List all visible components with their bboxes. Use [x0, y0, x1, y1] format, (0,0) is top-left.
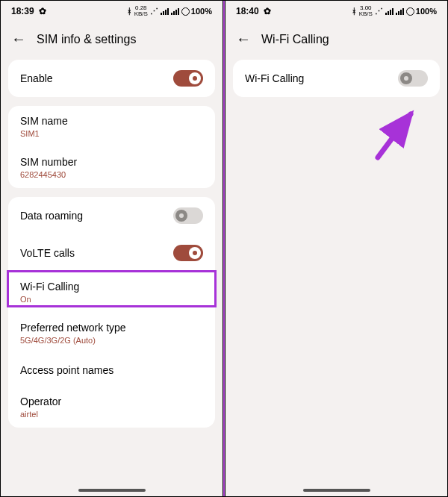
data-roaming-label: Data roaming — [20, 210, 83, 222]
sim-name-value: SIM1 — [20, 129, 68, 138]
operator-row[interactable]: Operator airtel — [8, 387, 215, 428]
volte-row[interactable]: VoLTE calls — [8, 234, 215, 272]
left-screen: 18:39 ✿ ᚼ 0.28KB/S ⋰ 100% ← SIM info & s… — [1, 1, 223, 496]
status-bar: 18:39 ✿ ᚼ 0.28KB/S ⋰ 100% — [1, 1, 223, 20]
sim-number-row[interactable]: SIM number 6282445430 — [8, 147, 215, 188]
sim-number-label: SIM number — [20, 156, 77, 168]
back-icon[interactable]: ← — [236, 31, 251, 48]
pref-net-value: 5G/4G/3G/2G (Auto) — [20, 336, 126, 345]
operator-value: airtel — [20, 410, 61, 419]
page-header: ← Wi-Fi Calling — [225, 20, 447, 60]
status-right: ᚼ 0.28KB/S ⋰ 100% — [127, 5, 212, 17]
battery-indicator: 100% — [406, 7, 437, 16]
bluetooth-icon: ᚼ — [127, 7, 132, 16]
wifi-calling-label: Wi-Fi Calling — [245, 72, 304, 84]
enable-label: Enable — [20, 72, 53, 84]
wifi-calling-value: On — [20, 295, 79, 304]
sim-name-label: SIM name — [20, 115, 68, 127]
wifi-calling-row[interactable]: Wi-Fi Calling On — [8, 272, 215, 313]
status-time: 18:39 — [11, 6, 34, 16]
gear-icon: ✿ — [264, 6, 271, 16]
net-speed: 0.28KB/S — [134, 5, 148, 17]
bluetooth-icon: ᚼ — [352, 7, 357, 16]
volte-label: VoLTE calls — [20, 247, 75, 259]
page-header: ← SIM info & settings — [1, 20, 223, 60]
right-screen: 18:40 ✿ ᚼ 3.00KB/S ⋰ 100% ← Wi-Fi Callin… — [225, 1, 447, 496]
status-bar: 18:40 ✿ ᚼ 3.00KB/S ⋰ 100% — [225, 1, 447, 20]
wifi-calling-label: Wi-Fi Calling — [20, 281, 79, 293]
enable-card: Enable — [8, 60, 215, 97]
sim-name-row[interactable]: SIM name SIM1 — [8, 106, 215, 147]
nav-bar-pill[interactable] — [303, 489, 370, 492]
enable-toggle[interactable] — [173, 70, 203, 87]
sim-number-value: 6282445430 — [20, 170, 77, 179]
signal-icon-2 — [396, 7, 404, 15]
page-title: SIM info & settings — [37, 33, 136, 46]
battery-indicator: 100% — [181, 7, 212, 16]
wifi-calling-card: Wi-Fi Calling — [233, 60, 440, 97]
status-right: ᚼ 3.00KB/S ⋰ 100% — [352, 5, 437, 17]
arrow-annotation — [364, 105, 424, 165]
wifi-calling-toggle[interactable] — [398, 70, 428, 87]
wifi-icon: ⋰ — [375, 7, 383, 16]
signal-icon-2 — [171, 7, 179, 15]
volte-toggle[interactable] — [173, 245, 203, 261]
sim-info-card: SIM name SIM1 SIM number 6282445430 — [8, 106, 215, 188]
status-time: 18:40 — [236, 6, 259, 16]
pref-net-label: Preferred network type — [20, 322, 126, 334]
signal-icon — [385, 7, 393, 15]
page-title: Wi-Fi Calling — [261, 33, 329, 46]
net-speed: 3.00KB/S — [359, 5, 373, 17]
apn-row[interactable]: Access point names — [8, 354, 215, 387]
data-roaming-toggle[interactable] — [173, 207, 203, 224]
network-card: Data roaming VoLTE calls Wi-Fi Calling O… — [8, 197, 215, 428]
data-roaming-row[interactable]: Data roaming — [8, 197, 215, 234]
operator-label: Operator — [20, 396, 61, 407]
enable-row[interactable]: Enable — [8, 60, 215, 97]
apn-label: Access point names — [20, 364, 113, 376]
back-icon[interactable]: ← — [11, 31, 26, 48]
signal-icon — [161, 7, 169, 15]
gear-icon: ✿ — [39, 6, 46, 16]
pref-net-row[interactable]: Preferred network type 5G/4G/3G/2G (Auto… — [8, 313, 215, 354]
wifi-calling-row[interactable]: Wi-Fi Calling — [233, 60, 440, 97]
nav-bar-pill[interactable] — [78, 489, 146, 492]
wifi-icon: ⋰ — [150, 7, 158, 16]
